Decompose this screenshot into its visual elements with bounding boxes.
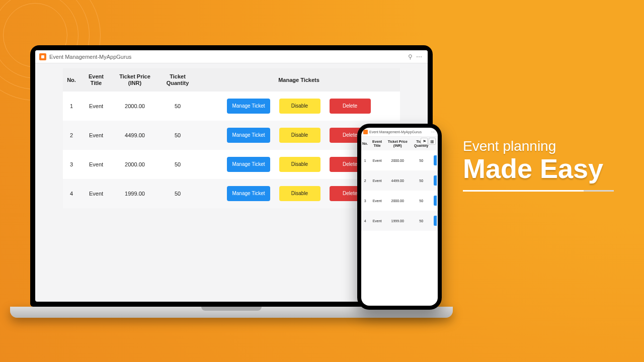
manage-ticket-button[interactable]: Manage Ticket	[227, 186, 270, 201]
cell-price: 4499.00	[112, 121, 157, 150]
disable-button[interactable]: Disable	[279, 186, 320, 201]
cell-qty: 50	[410, 211, 433, 231]
grid-icon[interactable]: ▦	[429, 138, 436, 145]
table-row: 2 Event 4499.00 50 Manage Ticket Disable…	[63, 121, 400, 150]
app-logo-icon	[363, 130, 368, 134]
col-header-price: Ticket Price (INR)	[112, 68, 157, 92]
col-header-title: Event Title	[80, 68, 112, 92]
table-row: 3 Event 2000.00 50 Manage Ticket Disable…	[63, 150, 400, 179]
manage-ticket-button[interactable]	[434, 216, 437, 226]
table-row: 4 Event 1999.00 50 Manage Ticket Disable…	[63, 179, 400, 208]
cell-no: 1	[361, 150, 369, 170]
cell-qty: 50	[157, 150, 198, 179]
cell-price: 2000.00	[385, 191, 410, 211]
marketing-headline: Event planning Made Easy	[463, 138, 614, 192]
manage-ticket-button[interactable]	[434, 175, 437, 186]
window-title: Event Management-MyAppGurus	[49, 54, 131, 60]
headline-line2: Made Easy	[463, 154, 614, 183]
cell-price: 1999.00	[112, 179, 157, 208]
headline-line1: Event planning	[463, 138, 614, 154]
events-table: No. Event Title Ticket Price (INR) Ticke…	[63, 68, 400, 208]
cell-no: 1	[63, 92, 80, 121]
manage-ticket-button[interactable]	[434, 196, 437, 206]
cell-title: Event	[369, 150, 385, 170]
phone-events-table: No. Event Title Ticket Price (INR) Ticke…	[361, 137, 438, 231]
window-titlebar: Event Management-MyAppGurus ⚲ ⋯	[35, 50, 428, 63]
col-header-title: Event Title	[369, 137, 385, 150]
cell-price: 2000.00	[112, 92, 157, 121]
cell-no: 4	[63, 179, 80, 208]
disable-button[interactable]: Disable	[279, 128, 320, 143]
cell-qty: 50	[157, 179, 198, 208]
col-header-qty: Ticket Quantity	[157, 68, 198, 92]
cell-qty: 50	[410, 150, 433, 170]
cell-price: 2000.00	[385, 150, 410, 170]
more-icon[interactable]: ⋯	[431, 130, 436, 135]
col-header-price: Ticket Price (INR)	[385, 137, 410, 150]
cell-qty: 50	[410, 191, 433, 211]
cell-title: Event	[80, 150, 112, 179]
cell-no: 3	[63, 150, 80, 179]
headline-underline	[463, 190, 614, 192]
manage-ticket-button[interactable]: Manage Ticket	[227, 157, 270, 172]
manage-ticket-button[interactable]: Manage Ticket	[227, 128, 270, 143]
cell-title: Event	[80, 92, 112, 121]
phone-window-title: Event Management-MyAppGurus	[369, 130, 422, 134]
col-header-no: No.	[63, 68, 80, 92]
cell-no: 4	[361, 211, 369, 231]
cell-no: 2	[361, 170, 369, 191]
cell-title: Event	[369, 211, 385, 231]
phone-screen: Event Management-MyAppGurus ⋯ ⚑ ▦ No. Ev…	[361, 128, 438, 306]
cell-title: Event	[369, 170, 385, 191]
table-row: 1 Event 2000.00 50	[361, 150, 438, 170]
table-row: 4 Event 1999.00 50	[361, 211, 438, 231]
cell-no: 2	[63, 121, 80, 150]
cell-title: Event	[80, 179, 112, 208]
col-header-manage: Manage Tickets	[198, 68, 400, 92]
cell-qty: 50	[410, 170, 433, 191]
cell-price: 1999.00	[385, 211, 410, 231]
cell-title: Event	[369, 191, 385, 211]
delete-button[interactable]: Delete	[330, 99, 371, 114]
cell-title: Event	[80, 121, 112, 150]
cell-price: 2000.00	[112, 150, 157, 179]
phone-mockup: Event Management-MyAppGurus ⋯ ⚑ ▦ No. Ev…	[357, 124, 442, 310]
table-row: 1 Event 2000.00 50 Manage Ticket Disable…	[63, 92, 400, 121]
cell-qty: 50	[157, 92, 198, 121]
pin-icon[interactable]: ⚲	[406, 53, 415, 60]
disable-button[interactable]: Disable	[279, 99, 320, 114]
floating-tools: ⚑ ▦	[421, 138, 436, 145]
flag-icon[interactable]: ⚑	[421, 138, 428, 145]
app-logo-icon	[39, 53, 46, 60]
cell-no: 3	[361, 191, 369, 211]
cell-qty: 50	[157, 121, 198, 150]
more-icon[interactable]: ⋯	[415, 53, 424, 60]
cell-price: 4499.00	[385, 170, 410, 191]
manage-ticket-button[interactable]: Manage Ticket	[227, 99, 270, 114]
disable-button[interactable]: Disable	[279, 157, 320, 172]
table-row: 2 Event 4499.00 50	[361, 170, 438, 191]
manage-ticket-button[interactable]	[434, 155, 437, 165]
phone-window-titlebar: Event Management-MyAppGurus ⋯	[361, 128, 438, 137]
table-row: 3 Event 2000.00 50	[361, 191, 438, 211]
col-header-no: No.	[361, 137, 369, 150]
